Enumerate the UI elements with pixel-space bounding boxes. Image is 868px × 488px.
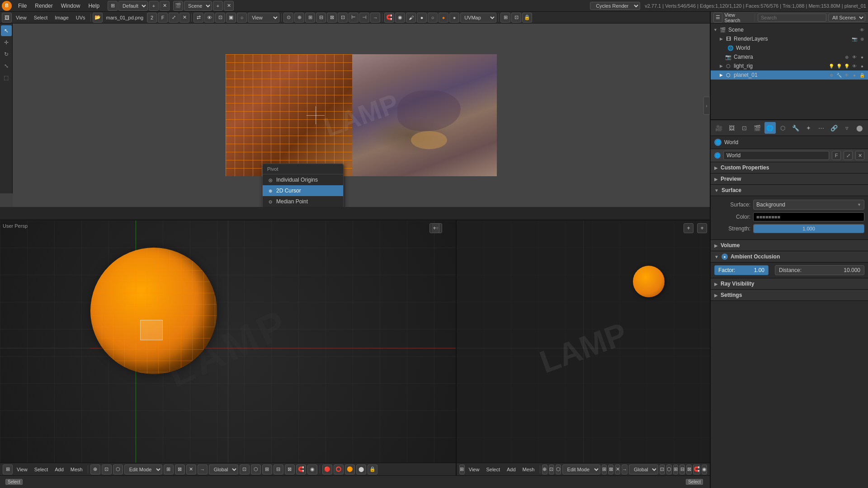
settings-header[interactable]: ▶ Settings xyxy=(711,290,868,301)
prop-world-icon[interactable]: 🌐 xyxy=(764,122,775,134)
right-tool5[interactable]: ✕ xyxy=(615,465,620,474)
prop-constraints-icon[interactable]: 🔗 xyxy=(829,122,840,134)
right-tool4[interactable]: ⊠ xyxy=(608,465,613,474)
file-menu[interactable]: File xyxy=(14,2,30,10)
volume-header[interactable]: ▶ Volume xyxy=(711,240,868,251)
scene-close[interactable]: ✕ xyxy=(224,1,234,11)
uv-tools8[interactable]: ⊣ xyxy=(359,13,369,23)
ao-distance-field[interactable]: Distance: 10.000 xyxy=(775,265,864,275)
snap-to-grid[interactable]: ⊕ xyxy=(90,465,100,474)
viewport-tool7[interactable]: ⊡ xyxy=(240,465,250,474)
uv-snap[interactable]: 🧲 xyxy=(384,13,394,23)
strength-slider[interactable]: 1.000 xyxy=(753,224,864,233)
rl-more-icon[interactable]: ⊕ xyxy=(859,36,865,42)
prop-physics-icon[interactable]: ⋯ xyxy=(816,122,827,134)
uv-view-selector[interactable]: View xyxy=(248,13,279,23)
uv-sticky-select[interactable]: ▣ xyxy=(226,13,236,23)
uv-pin-icon[interactable]: F xyxy=(158,13,168,23)
uv-sync-icon[interactable]: ⇄ xyxy=(193,13,203,23)
cam-render-icon[interactable]: ● xyxy=(859,54,865,60)
right-tool11[interactable]: ⊠ xyxy=(686,465,692,474)
outliner-lightrig-item[interactable]: ▶ ⬡ light_rig 💡 💡 💡 👁 ● xyxy=(711,61,868,70)
viewport-tool8[interactable]: ⬡ xyxy=(251,465,261,474)
right-tool3[interactable]: ⊞ xyxy=(602,465,607,474)
right-snap-btn[interactable]: 🧲 xyxy=(693,465,700,474)
prop-object-icon[interactable]: ⬡ xyxy=(778,122,788,134)
outliner-type-icon[interactable]: ☰ xyxy=(713,13,722,23)
viewport-tool11[interactable]: ⊠ xyxy=(285,465,295,474)
right-view-menu[interactable]: View xyxy=(466,466,482,473)
right-snap[interactable]: ⊕ xyxy=(542,465,547,474)
uv-tools4[interactable]: ⊟ xyxy=(316,13,326,23)
right-transform[interactable]: Global xyxy=(629,465,658,474)
right-viewport-type[interactable]: ⊞ xyxy=(459,465,465,474)
right-tool10[interactable]: ⊟ xyxy=(679,465,685,474)
viewport-overlay2[interactable]: ⭕ xyxy=(334,465,344,474)
workspace-close[interactable]: ✕ xyxy=(160,1,170,11)
right-select-menu[interactable]: Select xyxy=(483,466,503,473)
viewport-mesh-menu[interactable]: Mesh xyxy=(68,466,85,473)
rl-camera-icon[interactable]: 📷 xyxy=(851,36,858,42)
planet-eye-icon[interactable]: 👁 xyxy=(844,72,850,78)
planet-constraint-icon[interactable]: ⊕ xyxy=(828,72,835,78)
uv-select-mode[interactable]: ⊡ xyxy=(215,13,225,23)
prop-material-icon[interactable]: ⬤ xyxy=(854,122,865,134)
uv-tool-scale[interactable]: ⤡ xyxy=(1,61,12,71)
uv-tool-move[interactable]: ✛ xyxy=(1,37,12,48)
uv-proportional2[interactable]: ◉ xyxy=(395,13,405,23)
right-tool9[interactable]: ⊞ xyxy=(673,465,679,474)
world-pin-btn[interactable]: F xyxy=(832,151,841,160)
viewport-3d-right[interactable]: LAMP + + ⊞ View Select Add Mesh ⊕ xyxy=(457,221,710,475)
outliner-camera-item[interactable]: ▶ 📷 Camera ⊕ 👁 ● xyxy=(711,52,868,61)
workspace-selector[interactable]: Default xyxy=(118,1,148,11)
prop-render-icon[interactable]: 🎥 xyxy=(713,122,724,134)
scene-add[interactable]: + xyxy=(213,1,223,11)
pivot-item-2dcursor[interactable]: ⊕ 2D Cursor xyxy=(263,185,343,196)
right-tool8[interactable]: ⬡ xyxy=(666,465,672,474)
viewport-overlay1[interactable]: 🔴 xyxy=(322,465,332,474)
scene-selector[interactable]: Scene xyxy=(184,1,212,11)
viewport-tool1[interactable]: ⊡ xyxy=(102,465,112,474)
prop-output-icon[interactable]: 🖼 xyxy=(726,122,737,134)
uv-paint[interactable]: 🖌 xyxy=(406,13,416,23)
uv-render2[interactable]: ○ xyxy=(428,13,438,23)
transform-selector[interactable]: Global xyxy=(209,465,238,474)
right-viewport-corner-tl[interactable]: + xyxy=(684,223,693,233)
uv-tools6[interactable]: ⊡ xyxy=(338,13,348,23)
viewport-tool6[interactable]: → xyxy=(198,465,208,474)
viewport-overlay3[interactable]: 🟠 xyxy=(345,465,355,474)
scene-vis-eye[interactable]: 👁 xyxy=(859,27,865,33)
planet-modifier-icon[interactable]: 🔧 xyxy=(836,72,842,78)
world-expand-btn[interactable]: ⤢ xyxy=(844,151,853,160)
viewport-proportional[interactable]: ◉ xyxy=(307,465,317,474)
uv-tools3[interactable]: ⊞ xyxy=(305,13,315,23)
outliner-world-item[interactable]: 🌐 World xyxy=(711,43,868,52)
right-tool1[interactable]: ⊡ xyxy=(549,465,554,474)
right-mesh-menu[interactable]: Mesh xyxy=(520,466,538,473)
outliner-scene-item[interactable]: ▼ 🎬 Scene 👁 xyxy=(711,25,868,34)
light-eye-icon[interactable]: 👁 xyxy=(851,63,858,69)
prop-particles-icon[interactable]: ✦ xyxy=(803,122,814,134)
uv-view-menu[interactable]: View xyxy=(13,14,30,21)
custom-properties-header[interactable]: ▶ Custom Properties xyxy=(711,162,868,174)
viewport-select-menu[interactable]: Select xyxy=(32,466,51,473)
viewport-overlay4[interactable]: ⬤ xyxy=(356,465,366,474)
light-bulb-icon3[interactable]: 💡 xyxy=(844,63,850,69)
uv-fullscreen-icon[interactable]: ⤢ xyxy=(169,13,179,23)
viewport-last-op[interactable]: 🔒 xyxy=(368,465,377,474)
viewport-add-menu[interactable]: Add xyxy=(52,466,66,473)
uv-view-icon[interactable]: 👁 xyxy=(204,13,214,23)
viewport-tool9[interactable]: ⊞ xyxy=(262,465,272,474)
ray-visibility-header[interactable]: ▶ Ray Visibility xyxy=(711,278,868,290)
uv-render1[interactable]: ● xyxy=(417,13,427,23)
blender-logo-icon[interactable]: B xyxy=(2,1,12,11)
viewport-tool2[interactable]: ⬡ xyxy=(113,465,123,474)
planet-locked-icon[interactable]: 🔒 xyxy=(859,72,865,78)
uv-close-icon[interactable]: ✕ xyxy=(179,13,189,23)
viewport-tool5[interactable]: ✕ xyxy=(186,465,196,474)
uv-editor-type-icon[interactable]: 🖼 xyxy=(2,13,12,23)
scene-filter-selector[interactable]: All Scenes xyxy=(828,14,865,22)
uv-render3[interactable]: ● xyxy=(439,13,448,23)
uv-tools2[interactable]: ⊕ xyxy=(294,13,304,23)
uv-uvs-menu[interactable]: UVs xyxy=(73,14,89,21)
